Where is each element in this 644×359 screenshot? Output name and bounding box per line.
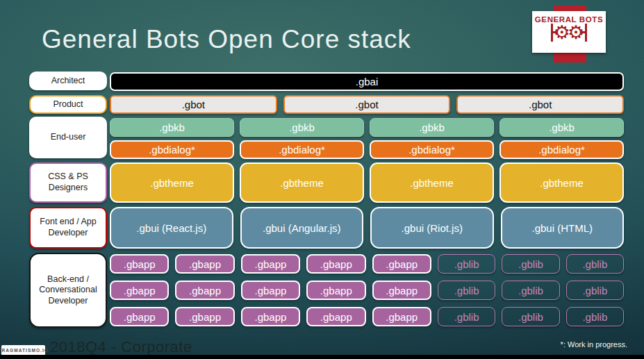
gblib-box: .gblib: [502, 281, 559, 300]
gbapp-box: .gbapp: [306, 281, 365, 300]
row-gbapp-gblib-2: .gbapp .gbapp .gbapp .gbapp .gbapp .gbli…: [110, 281, 624, 300]
gear-bar-right: [585, 24, 587, 42]
gblib-box: .gblib: [502, 307, 559, 326]
gblib-box: .gblib: [502, 254, 559, 274]
gbtheme-box: .gbtheme: [240, 162, 364, 203]
gblib-box: .gblib: [438, 254, 495, 274]
gbtheme-box: .gbtheme: [499, 162, 624, 203]
gbtheme-box: .gbtheme: [370, 162, 494, 203]
gbapp-box: .gbapp: [175, 254, 234, 274]
gbot-box: .gbot: [456, 95, 624, 114]
gear-bar-left: [551, 24, 553, 42]
gbui-riot-box: .gbui (Riot.js): [370, 207, 494, 249]
row-gbapp-gblib-1: .gbapp .gbapp .gbapp .gbapp .gbapp .gbli…: [110, 254, 624, 274]
work-in-progress-note: *: Work in progress.: [561, 340, 627, 349]
label-end-user: End-user: [29, 117, 107, 158]
gbapp-box: .gbapp: [175, 307, 234, 326]
gbkb-box: .gbkb: [240, 118, 364, 137]
label-architect: Architect: [29, 72, 107, 90]
label-backend-conversational-developer: Back-end / Conversational Developer: [29, 253, 107, 328]
pragmatismo-logo: PRAGMATISMO.IO: [1, 345, 45, 356]
slide-caption: 2018Q4 - Corporate: [50, 338, 192, 356]
gbapp-box: .gbapp: [306, 307, 365, 326]
gblib-box: .gblib: [566, 281, 624, 300]
gears-icon: ⚙ ⚙: [551, 22, 587, 43]
gbui-angular-box: .gbui (Angular.js): [240, 207, 364, 249]
row-gbai: .gbai: [110, 72, 624, 91]
gbai-box: .gbai: [110, 72, 624, 91]
gbapp-box: .gbapp: [372, 281, 431, 300]
gbkb-box: .gbkb: [499, 118, 624, 137]
gbkb-box: .gbkb: [370, 118, 494, 137]
gbapp-box: .gbapp: [175, 281, 234, 300]
row-gbtheme: .gbtheme .gbtheme .gbtheme .gbtheme: [110, 162, 624, 203]
label-css-ps-designers: CSS & PS Designers: [29, 162, 107, 203]
gbapp-box: .gbapp: [241, 307, 300, 326]
row-gbui: .gbui (React.js) .gbui (Angular.js) .gbu…: [110, 207, 624, 249]
label-product: Product: [29, 95, 107, 114]
gblib-box: .gblib: [438, 281, 495, 300]
bottom-bar: [0, 355, 644, 359]
gbtheme-box: .gbtheme: [110, 162, 234, 203]
gbdialog-box: .gbdialog*: [499, 140, 624, 159]
gbkb-box: .gbkb: [110, 118, 234, 137]
page-title: General Bots Open Core stack: [42, 25, 411, 54]
gbapp-box: .gbapp: [372, 254, 431, 274]
gblib-box: .gblib: [566, 307, 624, 326]
gbapp-box: .gbapp: [110, 281, 169, 300]
row-gbdialog: .gbdialog* .gbdialog* .gbdialog* .gbdial…: [110, 140, 624, 159]
gbdialog-box: .gbdialog*: [110, 140, 234, 159]
gblib-box: .gblib: [438, 307, 495, 326]
row-gbot: .gbot .gbot .gbot: [110, 95, 624, 114]
gbui-react-box: .gbui (React.js): [110, 207, 233, 249]
gbot-box: .gbot: [110, 95, 277, 114]
gbot-box: .gbot: [283, 95, 451, 114]
gbui-html-box: .gbui (HTML): [501, 207, 625, 249]
gbapp-box: .gbapp: [110, 307, 169, 326]
gbapp-box: .gbapp: [372, 307, 431, 326]
row-gbapp-gblib-3: .gbapp .gbapp .gbapp .gbapp .gbapp .gbli…: [110, 307, 624, 326]
general-bots-logo: GENERAL BOTS ⚙ ⚙: [532, 11, 606, 53]
gbapp-box: .gbapp: [241, 281, 300, 300]
gbapp-box: .gbapp: [110, 254, 169, 274]
gbdialog-box: .gbdialog*: [370, 140, 494, 159]
gbdialog-box: .gbdialog*: [240, 140, 364, 159]
slide: General Bots Open Core stack GENERAL BOT…: [0, 0, 644, 359]
gblib-box: .gblib: [566, 254, 624, 274]
gbapp-box: .gbapp: [241, 254, 300, 274]
label-frontend-app-developer: Font end / App Developer: [29, 207, 107, 249]
row-gbkb: .gbkb .gbkb .gbkb .gbkb: [110, 118, 624, 137]
gbapp-box: .gbapp: [306, 254, 365, 274]
